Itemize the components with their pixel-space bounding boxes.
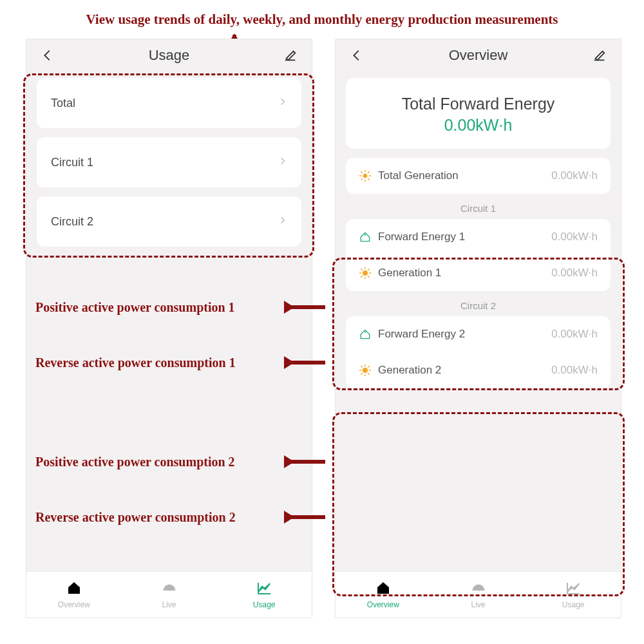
- svg-point-12: [363, 271, 368, 276]
- arrow-to-generation-1: [285, 361, 325, 365]
- sun-icon: [359, 169, 372, 182]
- row-value: 0.00kW·h: [551, 364, 598, 377]
- svg-line-9: [368, 178, 370, 180]
- card-circuit-2: Forward Energy 2 0.00kW·h Generation 2 0…: [346, 316, 611, 388]
- arrow-to-generation-2: [285, 515, 325, 519]
- row-forward-energy-1: Forward Energy 1 0.00kW·h: [346, 219, 611, 255]
- annotation-reverse-2: Reverse active power consumption 2: [35, 510, 236, 525]
- svg-line-17: [361, 269, 363, 270]
- usage-item-circuit-2[interactable]: Circuit 2: [37, 196, 301, 247]
- pencil-icon: [283, 48, 298, 62]
- figure-caption: View usage trends of daily, weekly, and …: [0, 12, 644, 28]
- annotation-positive-1: Positive active power consumption 1: [35, 300, 235, 315]
- back-button[interactable]: [347, 46, 366, 65]
- row-generation-2: Generation 2 0.00kW·h: [346, 352, 611, 388]
- nav-label: Overview: [367, 600, 399, 609]
- usage-screen: Usage Total Circuit 1 Circuit 2 Overview…: [26, 39, 312, 618]
- row-generation-1: Generation 1 0.00kW·h: [346, 255, 611, 291]
- chevron-right-icon: [278, 213, 287, 230]
- hero-total-forward-energy: Total Forward Energy 0.00kW·h: [346, 78, 611, 149]
- pencil-icon: [592, 48, 607, 62]
- svg-line-19: [361, 276, 363, 278]
- annotation-positive-2: Positive active power consumption 2: [35, 455, 235, 469]
- row-value: 0.00kW·h: [551, 169, 598, 182]
- usage-topbar: Usage: [26, 39, 312, 71]
- row-label: Forward Energy 1: [378, 231, 465, 243]
- row-label: Generation 1: [378, 267, 441, 279]
- nav-overview[interactable]: Overview: [26, 572, 122, 618]
- row-value: 0.00kW·h: [551, 231, 598, 243]
- nav-usage[interactable]: Usage: [216, 572, 312, 618]
- overview-bottom-nav: Overview Live Usage: [336, 571, 621, 618]
- section-header-circuit-1: Circuit 1: [346, 203, 611, 214]
- nav-label: Usage: [253, 600, 276, 609]
- back-button[interactable]: [38, 46, 57, 65]
- chevron-left-icon: [350, 48, 364, 62]
- overview-content: Total Forward Energy 0.00kW·h Total Gene…: [336, 71, 621, 388]
- row-value: 0.00kW·h: [551, 267, 598, 279]
- arrow-to-forward-1: [285, 305, 325, 309]
- svg-point-3: [363, 174, 368, 178]
- nav-label: Live: [162, 600, 176, 609]
- row-label: Generation 2: [378, 364, 441, 377]
- page-title: Usage: [149, 47, 190, 64]
- nav-label: Usage: [562, 600, 585, 609]
- svg-line-20: [368, 269, 370, 270]
- chevron-right-icon: [278, 95, 287, 111]
- usage-bottom-nav: Overview Live Usage: [26, 571, 312, 618]
- row-value: 0.00kW·h: [551, 328, 598, 341]
- nav-label: Live: [471, 600, 486, 609]
- nav-overview[interactable]: Overview: [336, 572, 431, 618]
- sun-icon: [359, 364, 372, 377]
- row-label: Total Generation: [378, 169, 459, 182]
- usage-item-label: Circuit 2: [51, 215, 93, 229]
- chart-icon: [565, 580, 582, 598]
- svg-line-10: [361, 178, 363, 180]
- svg-line-29: [368, 366, 370, 368]
- nav-live[interactable]: Live: [122, 572, 217, 618]
- chart-icon: [256, 580, 272, 598]
- edit-button[interactable]: [281, 46, 300, 65]
- nav-label: Overview: [58, 600, 90, 609]
- row-label: Forward Energy 2: [378, 328, 465, 341]
- house-icon: [359, 231, 372, 243]
- gauge-icon: [470, 580, 487, 598]
- hero-label: Total Forward Energy: [352, 95, 604, 113]
- home-icon: [375, 580, 392, 598]
- card-circuit-1: Forward Energy 1 0.00kW·h Generation 1 0…: [346, 219, 611, 291]
- arrow-to-forward-2: [285, 460, 325, 464]
- sun-icon: [359, 267, 372, 279]
- usage-item-label: Total: [51, 97, 75, 110]
- home-icon: [66, 580, 82, 598]
- hero-value: 0.00kW·h: [352, 116, 604, 135]
- edit-button[interactable]: [590, 46, 609, 65]
- usage-item-circuit-1[interactable]: Circuit 1: [37, 137, 301, 187]
- svg-line-18: [368, 276, 370, 278]
- usage-item-total[interactable]: Total: [37, 78, 301, 128]
- svg-line-28: [361, 373, 363, 375]
- usage-content: Total Circuit 1 Circuit 2: [26, 71, 312, 247]
- row-forward-energy-2: Forward Energy 2 0.00kW·h: [346, 316, 611, 352]
- usage-item-label: Circuit 1: [51, 156, 93, 169]
- gauge-icon: [161, 580, 178, 598]
- nav-live[interactable]: Live: [431, 572, 526, 618]
- chevron-right-icon: [278, 154, 287, 171]
- row-total-generation: Total Generation 0.00kW·h: [346, 158, 611, 194]
- page-title: Overview: [449, 47, 508, 64]
- overview-topbar: Overview: [336, 39, 621, 71]
- chevron-left-icon: [41, 48, 55, 62]
- svg-line-11: [368, 171, 370, 173]
- section-header-circuit-2: Circuit 2: [346, 300, 611, 311]
- house-icon: [359, 328, 372, 341]
- overview-screen: Overview Total Forward Energy 0.00kW·h T…: [335, 39, 621, 618]
- svg-line-27: [368, 373, 370, 375]
- annotation-reverse-1: Reverse active power consumption 1: [35, 355, 236, 370]
- svg-line-26: [361, 366, 363, 368]
- nav-usage[interactable]: Usage: [526, 572, 621, 618]
- svg-line-8: [361, 171, 363, 173]
- svg-point-21: [363, 368, 368, 373]
